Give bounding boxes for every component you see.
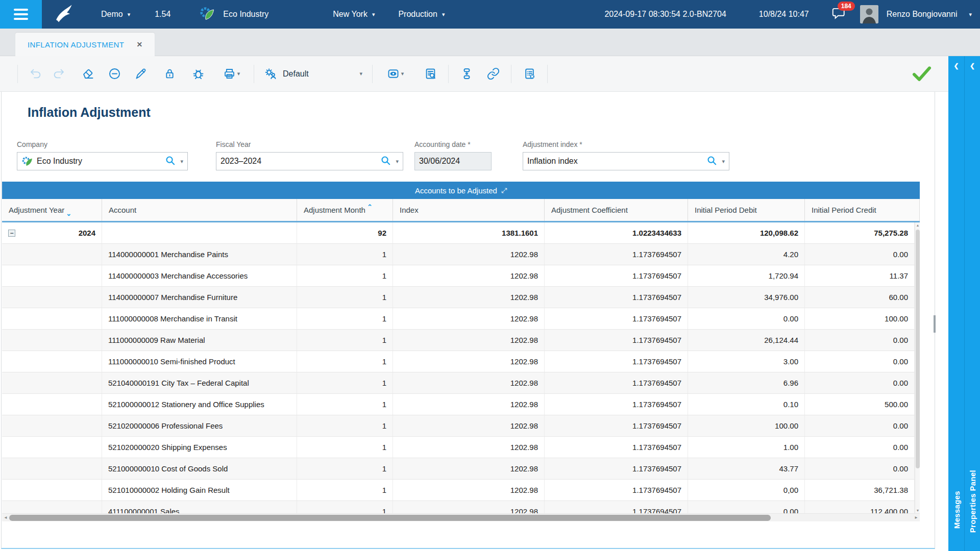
column-header-label: Account	[109, 206, 136, 214]
top-bar: Demo▾ 1.54 Eco Industry New York▾ Produc…	[0, 0, 980, 29]
column-header-3[interactable]: Index	[393, 199, 545, 221]
grid-cell	[2, 437, 102, 458]
accounting-date-field[interactable]	[414, 152, 492, 170]
horizontal-scrollbar[interactable]: ◄ ►	[2, 513, 920, 521]
collapse-group-icon[interactable]: −	[8, 230, 15, 237]
chevron-left-icon: ❮	[948, 62, 964, 69]
eraser-icon[interactable]	[77, 63, 99, 85]
company-input[interactable]	[37, 157, 161, 166]
tab-inflation-adjustment[interactable]: INFLATION ADJUSTMENT ✕	[15, 33, 155, 56]
grid-cell: 1	[297, 244, 393, 265]
grid-cell: 111000000010 Semi-finished Product	[102, 351, 297, 372]
messages-panel-tab[interactable]: ❮ Messages	[948, 56, 964, 551]
search-icon[interactable]	[706, 155, 718, 168]
side-panel-strip: ❮ Messages ❮ Properties Panel	[948, 56, 980, 551]
table-row[interactable]: 521000000012 Stationery and Office Suppl…	[2, 394, 915, 415]
vertical-scroll-thumb[interactable]	[916, 230, 920, 468]
undo-button[interactable]	[24, 63, 47, 85]
table-row[interactable]: 111000000009 Raw Material11202.981.17376…	[2, 330, 915, 351]
server-environment-menu[interactable]: Production▾	[398, 10, 445, 19]
grid-cell	[2, 415, 102, 436]
search-icon[interactable]	[164, 155, 176, 168]
grid-cell: 1.1737694507	[545, 287, 688, 308]
table-row[interactable]: 111000000010 Semi-finished Product11202.…	[2, 351, 915, 372]
user-menu[interactable]: Renzo Bongiovanni▾	[887, 10, 972, 19]
remove-circle-icon[interactable]	[103, 63, 126, 85]
environment-menu[interactable]: Demo▾	[101, 10, 130, 19]
redo-button[interactable]	[47, 63, 69, 85]
table-row[interactable]: 114000000003 Merchandise Accessories1120…	[2, 265, 915, 287]
company-field[interactable]: ▾	[17, 152, 188, 170]
edit-pencil-icon[interactable]	[130, 63, 152, 85]
user-avatar[interactable]	[860, 5, 878, 23]
grid-cell: 1	[297, 330, 393, 350]
adjustment-index-field[interactable]: ▾	[523, 152, 729, 170]
bug-icon[interactable]	[187, 63, 209, 85]
grid-cell: 60.00	[805, 287, 915, 308]
scroll-up-icon[interactable]: ▲	[915, 223, 920, 227]
grid-cell: 1	[297, 265, 393, 286]
column-header-2[interactable]: Adjustment Month⌃	[297, 199, 393, 221]
record-search-icon[interactable]	[419, 63, 442, 85]
chevron-down-icon[interactable]: ▾	[396, 158, 399, 165]
app-logo-bird-icon[interactable]	[52, 3, 75, 26]
notifications-button[interactable]: 184	[830, 6, 847, 23]
location-menu[interactable]: New York▾	[333, 10, 375, 19]
clear-list-icon[interactable]	[518, 63, 541, 85]
fiscal-year-input[interactable]	[220, 157, 377, 166]
grid-cell: 0.10	[688, 394, 805, 415]
fiscal-year-field[interactable]: ▾	[216, 152, 403, 170]
confirm-button[interactable]	[910, 62, 934, 86]
grid-cell	[2, 308, 102, 329]
vertical-scrollbar[interactable]: ▲ ▼	[915, 222, 920, 513]
preview-button[interactable]: ▾	[379, 63, 411, 85]
lock-icon[interactable]	[158, 63, 181, 85]
workflow-icon[interactable]	[455, 63, 478, 85]
chevron-down-icon: ▾	[442, 12, 445, 17]
adjustment-index-input[interactable]	[527, 157, 703, 166]
column-header-5[interactable]: Initial Period Debit	[688, 199, 805, 221]
panel-resize-handle[interactable]	[934, 315, 936, 333]
company-menu[interactable]: Eco Industry	[199, 6, 268, 23]
toolbar-separator	[254, 65, 254, 83]
chevron-down-icon[interactable]: ▾	[180, 158, 183, 165]
table-row[interactable]: 411100000001 Sales11202.981.17376945070.…	[2, 501, 915, 513]
accounting-date-input[interactable]	[419, 157, 487, 166]
column-header-6[interactable]: Initial Period Credit	[805, 199, 920, 221]
grid-cell	[2, 330, 102, 350]
table-row[interactable]: 521020000006 Professional Fees11202.981.…	[2, 415, 915, 437]
grid-cell: 1.0223434633	[545, 222, 688, 243]
grid-cell: 1202.98	[393, 265, 545, 286]
column-header-4[interactable]: Adjustment Coefficient	[545, 199, 688, 221]
grid-cell: 36,721.38	[805, 480, 915, 500]
table-row[interactable]: 521000000010 Cost of Goods Sold11202.981…	[2, 458, 915, 480]
table-row[interactable]: 521020000020 Shipping Expenses11202.981.…	[2, 437, 915, 458]
print-button[interactable]: ▾	[215, 63, 247, 85]
chevron-down-icon[interactable]: ▾	[722, 158, 725, 165]
close-tab-icon[interactable]: ✕	[136, 40, 142, 48]
column-header-1[interactable]: Account	[102, 199, 297, 221]
grid-cell	[2, 244, 102, 265]
grid-cell: 1202.98	[393, 394, 545, 415]
properties-panel-tab[interactable]: ❮ Properties Panel	[964, 56, 980, 551]
table-row[interactable]: 111000000008 Merchandise in Transit11202…	[2, 308, 915, 330]
eco-logo-icon	[21, 156, 33, 167]
grid-cell	[2, 480, 102, 500]
horizontal-scroll-thumb[interactable]	[9, 515, 771, 521]
scroll-down-icon[interactable]: ▼	[915, 509, 920, 512]
hamburger-menu-button[interactable]	[0, 0, 42, 29]
expand-grid-icon[interactable]: ⤢	[501, 186, 507, 195]
column-header-0[interactable]: Adjustment Year⌄	[2, 199, 102, 221]
link-icon[interactable]	[482, 63, 504, 85]
search-icon[interactable]	[380, 155, 391, 168]
grid-cell: 521020000020 Shipping Expenses	[102, 437, 297, 458]
table-row[interactable]: 521010000002 Holding Gain Result11202.98…	[2, 480, 915, 501]
group-row[interactable]: −2024921381.16011.0223434633120,098.6275…	[2, 222, 915, 244]
view-selector[interactable]: Default ▾	[261, 63, 365, 85]
table-row[interactable]: 114000000001 Merchandise Paints11202.981…	[2, 244, 915, 265]
table-row[interactable]: 114000000007 Merchandise Furniture11202.…	[2, 287, 915, 308]
table-row[interactable]: 521040000191 City Tax – Federal Capital1…	[2, 372, 915, 394]
scroll-left-icon[interactable]: ◄	[4, 515, 8, 520]
scroll-right-icon[interactable]: ►	[914, 515, 918, 520]
toolbar: ▾ Default ▾ ▾	[0, 56, 948, 92]
